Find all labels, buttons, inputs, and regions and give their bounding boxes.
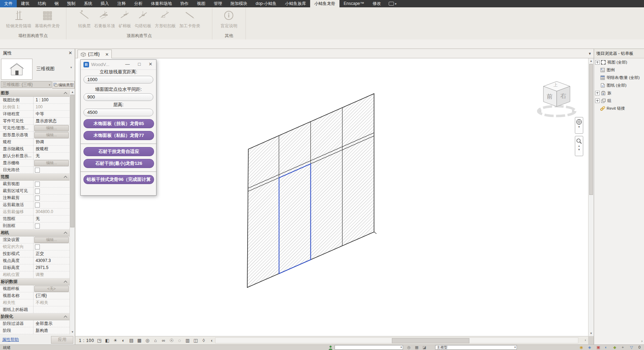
design-option-dropdown[interactable]: 主模型 ▾ — [435, 345, 517, 350]
ribbon-button-转换层[interactable]: 转换层 — [77, 9, 92, 30]
design-options-icon[interactable]: ◪ — [423, 345, 426, 350]
tree-item-图纸 (全部)[interactable]: 图纸 (全部) — [594, 81, 644, 89]
property-value[interactable] — [34, 195, 69, 201]
ribbon-button-盲定说明[interactable]: 盲定说明 — [220, 9, 239, 30]
highlight-displacement-icon[interactable]: ◊ — [201, 338, 207, 343]
property-value[interactable] — [34, 167, 69, 173]
property-value[interactable] — [34, 223, 69, 229]
menu-tab-建筑[interactable]: 建筑 — [17, 0, 34, 7]
tree-item-明细表/数量 (全部)[interactable]: 明细表/数量 (全部) — [594, 74, 644, 81]
menu-tab-系统[interactable]: 系统 — [80, 0, 96, 7]
woodv-plugin-dialog[interactable]: R WoodV... — □ ✕ 立柱放线最宽距离:1000墙面固定点位水平间距… — [80, 59, 156, 196]
edit-button[interactable]: 编辑... — [34, 125, 69, 131]
scrollbar-thumb[interactable] — [392, 338, 469, 343]
ribbon-display-toggle[interactable]: ▾ — [385, 0, 400, 7]
tab-list-chevron-icon[interactable]: ▼ — [588, 52, 592, 56]
drag-on-selection-icon[interactable]: + — [622, 345, 624, 350]
selection-filter-icon[interactable]: ▽ — [630, 345, 633, 350]
scroll-up-icon[interactable]: ▲ — [70, 90, 75, 94]
workset-dropdown[interactable]: ▾ — [335, 345, 403, 350]
viewcube-compass-ring[interactable] — [538, 106, 575, 116]
checkbox[interactable] — [35, 196, 40, 200]
show-constraints-icon[interactable]: ▥ — [185, 338, 191, 343]
scroll-down-icon[interactable]: ▼ — [588, 331, 594, 336]
menu-tab-钢[interactable]: 钢 — [50, 0, 63, 7]
menu-tab-分析[interactable]: 分析 — [130, 0, 147, 7]
detail-level-icon[interactable]: ◧ — [104, 338, 110, 343]
property-value[interactable] — [34, 181, 69, 187]
section-header-阶段化[interactable]: 阶段化 — [0, 313, 69, 320]
field-input-2[interactable]: 4500 — [83, 109, 153, 116]
view-tab-3d[interactable]: {三维} ✕ — [78, 50, 112, 59]
ribbon-button-石膏板吊顶[interactable]: 石膏板吊顶 — [93, 9, 116, 30]
edit-button[interactable]: <无> — [34, 286, 69, 292]
property-value[interactable] — [34, 243, 69, 250]
edit-button[interactable]: 编辑... — [34, 160, 69, 166]
property-value[interactable]: 显示原状态 — [34, 118, 69, 124]
show-render-dialog-icon[interactable]: ▦ — [137, 338, 142, 343]
menu-tab-体量和场地[interactable]: 体量和场地 — [147, 0, 176, 7]
ribbon-button-幕墙构件龙骨[interactable]: 幕墙构件龙骨 — [34, 9, 61, 30]
editing-requests-icon[interactable]: ◎ — [407, 345, 411, 350]
close-icon[interactable]: ✕ — [105, 52, 109, 57]
sun-path-icon[interactable]: ☀ — [112, 338, 118, 343]
chevron-down-icon[interactable]: ▾ — [575, 148, 583, 151]
chevron-down-icon[interactable]: ▾ — [575, 125, 583, 129]
menu-tab-插入[interactable]: 插入 — [96, 0, 113, 7]
viewport-vertical-scrollbar[interactable]: ▲ ▼ — [588, 58, 594, 336]
menu-tab-结构[interactable]: 结构 — [34, 0, 50, 7]
checkbox[interactable] — [35, 245, 40, 249]
ribbon-button-轻钢龙骨隔墙[interactable]: 轻钢龙骨隔墙 — [5, 9, 32, 30]
temporary-hide-isolate-icon[interactable]: ∞ — [161, 338, 167, 343]
property-value[interactable]: 调整 — [34, 271, 69, 278]
scrollbar-thumb[interactable] — [589, 64, 593, 195]
model-wall-panels[interactable] — [239, 87, 389, 300]
section-header-标识数据[interactable]: 标识数据 — [0, 278, 69, 285]
field-input-0[interactable]: 1000 — [83, 76, 153, 83]
property-value[interactable]: 304800.0 — [34, 209, 69, 215]
menu-tab-修改[interactable]: 修改 — [368, 0, 385, 7]
show-analytical-model-icon[interactable]: ◫ — [193, 338, 199, 343]
worksharing-display-icon[interactable]: ▦ — [415, 345, 418, 350]
edit-type-button[interactable]: 编辑类型 — [52, 81, 75, 89]
menu-tab-注释[interactable]: 注释 — [113, 0, 130, 7]
crop-view-icon[interactable]: ◎ — [145, 338, 151, 343]
property-value[interactable]: 无 — [34, 216, 69, 222]
property-value[interactable] — [34, 202, 69, 208]
scroll-right-icon[interactable]: › — [641, 339, 643, 343]
select-underlay-icon[interactable]: ▣ — [597, 345, 600, 350]
apply-button[interactable]: 应用 — [51, 336, 73, 344]
scrollbar-thumb[interactable] — [70, 95, 74, 227]
tree-item-族[interactable]: 族 — [594, 89, 644, 97]
dialog-title-bar[interactable]: R WoodV... — □ ✕ — [81, 60, 156, 70]
chevron-down-icon[interactable]: ▾ — [70, 66, 72, 69]
show-crop-region-icon[interactable]: ⌂ — [153, 338, 159, 343]
menu-tab-小鲶鱼龙骨[interactable]: 小鲶鱼龙骨 — [310, 0, 339, 7]
edit-button[interactable]: 编辑... — [34, 237, 69, 243]
maximize-icon[interactable]: □ — [137, 61, 142, 67]
menu-tab-视图[interactable]: 视图 — [193, 0, 210, 7]
section-header-范围[interactable]: 范围 — [0, 174, 69, 181]
reveal-hidden-elements-icon[interactable]: ☉ — [169, 338, 175, 343]
tree-item-图例[interactable]: 图例 — [594, 66, 644, 74]
select-pinned-icon[interactable]: ◐ — [605, 345, 607, 350]
chevron-up-icon[interactable]: ▲ — [575, 144, 583, 148]
field-input-1[interactable]: 900 — [83, 93, 153, 101]
plugin-button[interactable]: 石材干挂(最小)龙骨126 — [83, 159, 154, 168]
type-preview[interactable] — [1, 59, 32, 80]
plugin-button[interactable]: 木饰面板（挂装）龙骨85 — [83, 119, 154, 128]
temporary-view-properties-icon[interactable]: ◌ — [177, 338, 183, 343]
menu-tab-Enscape™[interactable]: Enscape™ — [339, 0, 368, 7]
tree-item-组[interactable]: 组 — [594, 97, 644, 104]
plugin-button[interactable]: 木饰面板（粘贴）龙骨77 — [83, 131, 154, 140]
viewport-horizontal-scrollbar[interactable] — [215, 337, 578, 343]
close-icon[interactable]: ✕ — [148, 61, 153, 67]
drawing-area[interactable]: R WoodV... — □ ✕ 立柱放线最宽距离:1000墙面固定点位水平间距… — [75, 58, 588, 336]
checkbox[interactable] — [35, 182, 40, 187]
property-value[interactable]: 无 — [34, 153, 69, 159]
editable-only-icon[interactable]: ◈ — [588, 345, 591, 350]
navigation-wheel-button[interactable]: ▾ — [575, 117, 583, 134]
scroll-right-icon[interactable]: › — [585, 338, 586, 342]
menu-tab-小鲶鱼族库[interactable]: 小鲶鱼族库 — [281, 0, 310, 7]
tree-item-Revit 链接[interactable]: Revit 链接 — [594, 104, 644, 112]
